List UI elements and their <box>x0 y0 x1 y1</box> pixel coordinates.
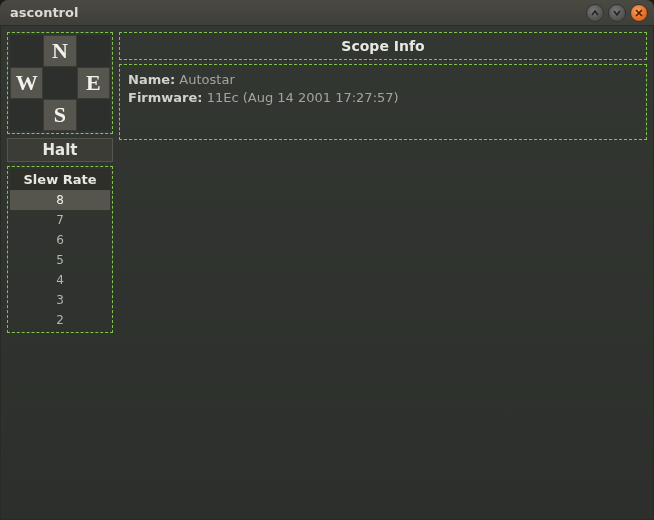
left-column: N W E S Halt Slew Rate 8765432 <box>7 32 113 513</box>
scope-firmware-value: 11Ec (Aug 14 2001 17:27:57) <box>207 90 399 105</box>
direction-pad: N W E S <box>10 35 110 131</box>
direction-pad-panel: N W E S <box>7 32 113 134</box>
scope-info-body: Name: Autostar Firmware: 11Ec (Aug 14 20… <box>119 64 647 140</box>
north-button[interactable]: N <box>43 35 76 67</box>
window-title: ascontrol <box>6 5 586 20</box>
titlebar[interactable]: ascontrol <box>0 0 654 26</box>
chevron-down-icon <box>612 8 622 18</box>
slew-rate-item[interactable]: 6 <box>10 230 110 250</box>
minimize-button[interactable] <box>586 4 604 22</box>
slew-rate-item[interactable]: 3 <box>10 290 110 310</box>
slew-rate-item[interactable]: 2 <box>10 310 110 330</box>
maximize-button[interactable] <box>608 4 626 22</box>
scope-name-value: Autostar <box>179 72 234 87</box>
client-area: N W E S Halt Slew Rate 8765432 <box>0 26 654 520</box>
scope-name-row: Name: Autostar <box>128 71 638 89</box>
chevron-up-icon <box>590 8 600 18</box>
window-controls <box>586 4 648 22</box>
close-button[interactable] <box>630 4 648 22</box>
app-window: ascontrol N W <box>0 0 654 520</box>
scope-name-label: Name: <box>128 72 175 87</box>
right-column: Scope Info Name: Autostar Firmware: 11Ec… <box>119 32 647 513</box>
west-button[interactable]: W <box>10 67 43 99</box>
scope-firmware-row: Firmware: 11Ec (Aug 14 2001 17:27:57) <box>128 89 638 107</box>
slew-rate-panel: Slew Rate 8765432 <box>7 166 113 333</box>
slew-rate-list[interactable]: 8765432 <box>10 190 110 330</box>
east-button[interactable]: E <box>77 67 110 99</box>
halt-button[interactable]: Halt <box>7 138 113 162</box>
scope-info-header: Scope Info <box>122 35 644 57</box>
slew-rate-item[interactable]: 7 <box>10 210 110 230</box>
slew-rate-header: Slew Rate <box>10 169 110 190</box>
scope-firmware-label: Firmware: <box>128 90 203 105</box>
slew-rate-item[interactable]: 5 <box>10 250 110 270</box>
close-icon <box>634 8 644 18</box>
south-button[interactable]: S <box>43 99 76 131</box>
scope-info-header-panel: Scope Info <box>119 32 647 60</box>
slew-rate-item[interactable]: 8 <box>10 190 110 210</box>
slew-rate-item[interactable]: 4 <box>10 270 110 290</box>
